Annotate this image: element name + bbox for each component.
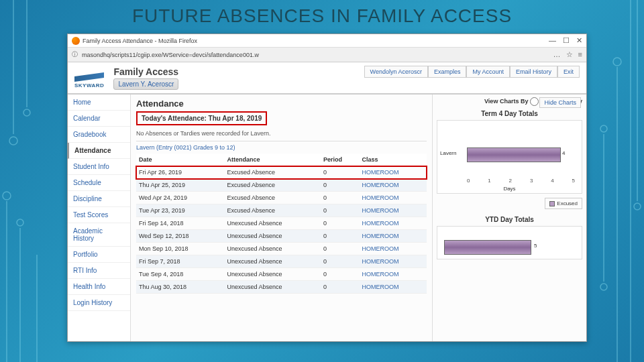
chart-bar-value: 4 (562, 150, 565, 156)
cell-class-link[interactable]: HOMEROOM (359, 268, 427, 281)
table-row: Wed Sep 12, 2018Unexcused Absence0HOMERO… (136, 230, 427, 243)
view-by-period-radio[interactable] (530, 97, 539, 106)
hamburger-menu-icon[interactable]: ≡ (578, 50, 582, 59)
svg-point-1 (9, 137, 17, 145)
skyward-logo-icon (74, 68, 104, 82)
chart-x-axis: 0 1 2 3 4 5 (467, 178, 575, 184)
cell-period: 0 (321, 192, 359, 204)
cell-attendance: Unexcused Absence (224, 217, 321, 230)
sidebar-item-health-info[interactable]: Health Info (68, 279, 130, 295)
window-minimize-button[interactable]: — (549, 36, 556, 45)
cell-date: Fri Apr 26, 2019 (136, 166, 224, 179)
window-titlebar: Family Access Attendance - Mozilla Firef… (68, 34, 586, 48)
sidebar-item-portfolio[interactable]: Portfolio (68, 247, 130, 263)
cell-date: Tue Apr 23, 2019 (136, 204, 224, 217)
sidebar-item-attendance[interactable]: Attendance (68, 143, 130, 159)
sidebar-item-calendar[interactable]: Calendar (68, 111, 130, 127)
col-class[interactable]: Class (359, 154, 427, 166)
ytd-chart-bar (444, 240, 531, 255)
cell-date: Mon Sep 10, 2018 (136, 243, 224, 255)
firefox-icon (72, 37, 80, 45)
legend-label: Excused (557, 200, 578, 206)
app-title: Family Access (113, 66, 364, 77)
cell-attendance: Unexcused Absence (224, 255, 321, 268)
hide-charts-button[interactable]: Hide Charts (539, 97, 581, 108)
cell-date: Thu Apr 25, 2019 (136, 179, 224, 192)
cell-attendance: Excused Absence (224, 192, 321, 204)
student-entry-row[interactable]: Lavern (Entry (0021) Grades 9 to 12) (136, 141, 427, 154)
table-row: Fri Sep 7, 2018Unexcused Absence0HOMEROO… (136, 255, 427, 268)
top-link-my-account[interactable]: My Account (466, 66, 510, 78)
window-maximize-button[interactable]: ☐ (563, 36, 570, 45)
cell-date: Fri Sep 7, 2018 (136, 255, 224, 268)
cell-class-link[interactable]: HOMEROOM (359, 281, 427, 294)
svg-point-11 (613, 58, 621, 66)
sidebar-item-academic-history[interactable]: Academic History (68, 223, 130, 247)
app-header: SKYWARD Family Access Lavern Y. Aceroscr… (68, 62, 586, 95)
cell-class-link[interactable]: HOMEROOM (359, 192, 427, 204)
cell-class-link[interactable]: HOMEROOM (359, 166, 427, 179)
ytd-chart: 5 (437, 226, 582, 259)
sidebar-item-test-scores[interactable]: Test Scores (68, 207, 130, 223)
sidebar-item-login-history[interactable]: Login History (68, 295, 130, 311)
cell-period: 0 (321, 204, 359, 217)
attendance-table: Date Attendance Period Class Fri Apr 26,… (136, 154, 427, 294)
cell-attendance: Excused Absence (224, 166, 321, 179)
cell-date: Wed Apr 24, 2019 (136, 192, 224, 204)
cell-class-link[interactable]: HOMEROOM (359, 204, 427, 217)
url-text[interactable]: masondhq/scripts11/cgiip.exe/WService=de… (82, 52, 549, 58)
cell-attendance: Unexcused Absence (224, 268, 321, 281)
sidebar-item-home[interactable]: Home (68, 95, 130, 111)
sidebar: Home Calendar Gradebook Attendance Stude… (68, 95, 131, 341)
student-selector[interactable]: Lavern Y. Aceroscr (113, 78, 178, 90)
bookmark-star-icon[interactable]: ☆ (566, 50, 573, 59)
cell-attendance: Unexcused Absence (224, 230, 321, 243)
more-icon[interactable]: … (553, 50, 561, 59)
cell-class-link[interactable]: HOMEROOM (359, 217, 427, 230)
cell-attendance: Excused Absence (224, 204, 321, 217)
section-title: Attendance (136, 99, 427, 109)
sidebar-item-rti-info[interactable]: RTI Info (68, 263, 130, 279)
ytd-chart-title: YTD Day Totals (437, 216, 582, 223)
table-row: Mon Sep 10, 2018Unexcused Absence0HOMERO… (136, 243, 427, 255)
skyward-logo[interactable]: SKYWARD (74, 68, 104, 88)
top-link-examples[interactable]: Examples (428, 66, 467, 78)
sidebar-item-student-info[interactable]: Student Info (68, 159, 130, 175)
term-chart-title: Term 4 Day Totals (437, 110, 582, 117)
ytd-bar-value: 5 (534, 243, 537, 249)
window-close-button[interactable]: ✕ (576, 36, 582, 45)
term-chart: Lavern 4 0 1 2 3 4 5 Days (437, 120, 582, 194)
top-link-user[interactable]: Wendolyn Aceroscr (364, 66, 428, 78)
address-bar: ⓘ masondhq/scripts11/cgiip.exe/WService=… (68, 48, 586, 62)
cell-period: 0 (321, 268, 359, 281)
cell-period: 0 (321, 179, 359, 192)
cell-class-link[interactable]: HOMEROOM (359, 255, 427, 268)
sidebar-item-schedule[interactable]: Schedule (68, 175, 130, 191)
browser-window: Family Access Attendance - Mozilla Firef… (67, 34, 587, 342)
col-attendance[interactable]: Attendance (224, 154, 321, 166)
cell-class-link[interactable]: HOMEROOM (359, 179, 427, 192)
svg-point-3 (23, 109, 30, 116)
sidebar-item-discipline[interactable]: Discipline (68, 191, 130, 207)
cell-attendance: Excused Absence (224, 179, 321, 192)
col-period[interactable]: Period (321, 154, 359, 166)
cell-class-link[interactable]: HOMEROOM (359, 243, 427, 255)
sidebar-item-gradebook[interactable]: Gradebook (68, 127, 130, 143)
window-title: Family Access Attendance - Mozilla Firef… (83, 38, 549, 44)
cell-period: 0 (321, 217, 359, 230)
cell-class-link[interactable]: HOMEROOM (359, 230, 427, 243)
today-attendance-box: Today's Attendance: Thu Apr 18, 2019 (136, 111, 267, 125)
legend-swatch-icon (549, 201, 555, 206)
cell-attendance: Unexcused Absence (224, 243, 321, 255)
chart-legend: Excused (545, 198, 582, 209)
chart-x-title: Days (437, 186, 582, 192)
slide-title: FUTURE ABSENCES IN FAMILY ACCESS (0, 5, 644, 27)
svg-point-5 (3, 192, 11, 200)
svg-point-13 (600, 125, 607, 132)
table-row: Wed Apr 24, 2019Excused Absence0HOMEROOM (136, 192, 427, 204)
top-link-exit[interactable]: Exit (557, 66, 580, 78)
top-link-email-history[interactable]: Email History (510, 66, 557, 78)
col-date[interactable]: Date (136, 154, 224, 166)
charts-panel: View Charts By Period Day Term 4 Day Tot… (432, 95, 586, 341)
no-absences-text: No Absences or Tardies were recorded for… (136, 128, 427, 141)
